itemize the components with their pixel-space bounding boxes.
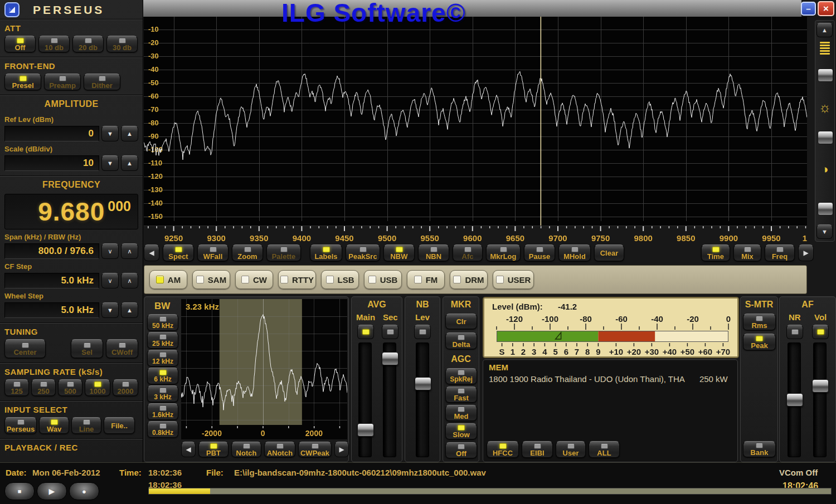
- bw-3khz-button[interactable]: 3 kHz: [147, 385, 178, 402]
- dither-button[interactable]: Dither: [84, 74, 120, 90]
- wheel-step-up-button[interactable]: ▲: [121, 302, 138, 318]
- avg-sec-slider-thumb[interactable]: [382, 352, 398, 365]
- freq-button[interactable]: Freq: [765, 244, 795, 261]
- vol-toggle[interactable]: [812, 325, 829, 339]
- rate-125-button[interactable]: 125: [4, 379, 29, 396]
- palette-slider-thumb[interactable]: [818, 68, 833, 82]
- frequency-ruler[interactable]: [144, 226, 807, 243]
- scale-field[interactable]: 10: [4, 155, 99, 171]
- att-off-button[interactable]: Off: [4, 36, 36, 52]
- filter-canvas[interactable]: [181, 299, 347, 439]
- frequency-display[interactable]: 9.680000: [4, 194, 138, 229]
- strip-down-button[interactable]: ▼: [816, 224, 833, 239]
- mix-button[interactable]: Mix: [733, 244, 761, 261]
- mkr-clr-button[interactable]: Clr: [445, 314, 477, 329]
- mem-entry[interactable]: 1800 1900 Radio Thailand - UDO (Udon Tha…: [489, 374, 685, 384]
- anotch-button[interactable]: ANotch: [264, 442, 295, 457]
- smtr-rms-button[interactable]: Rms: [743, 314, 776, 330]
- mode-cw-button[interactable]: CW: [235, 270, 273, 289]
- input-perseus-button[interactable]: Perseus: [4, 417, 37, 434]
- nb-lev-slider-thumb[interactable]: [415, 377, 431, 390]
- mode-lsb-button[interactable]: LSB: [321, 270, 359, 289]
- cf-step-down-button[interactable]: ∨: [101, 273, 119, 288]
- input-line-button[interactable]: Line: [71, 417, 101, 434]
- cf-step-up-button[interactable]: ∧: [121, 273, 138, 288]
- ref-lev-up-button[interactable]: ▲: [121, 126, 138, 141]
- pbt-button[interactable]: PBT: [198, 442, 229, 457]
- mhold-button[interactable]: MHold: [558, 244, 591, 261]
- avg-main-slider[interactable]: [358, 342, 372, 457]
- mode-am-button[interactable]: AM: [149, 270, 187, 289]
- bank-button[interactable]: Bank: [743, 441, 776, 457]
- mode-drm-button[interactable]: DRM: [450, 270, 488, 289]
- filter-left-button[interactable]: ◀: [181, 442, 196, 457]
- spect-button[interactable]: Spect: [163, 244, 194, 261]
- mkrlog-button[interactable]: MkrLog: [486, 244, 521, 261]
- avg-main-slider-thumb[interactable]: [357, 423, 374, 437]
- rate-250-button[interactable]: 250: [31, 379, 56, 396]
- span-up-button[interactable]: ∧: [121, 243, 138, 259]
- agc-slow-button[interactable]: Slow: [445, 423, 477, 439]
- brightness-slider-thumb[interactable]: [818, 131, 833, 144]
- ref-lev-field[interactable]: 0: [4, 126, 99, 141]
- avg-sec-slider[interactable]: [383, 342, 396, 457]
- vol-slider[interactable]: [813, 342, 827, 457]
- nb-toggle[interactable]: [414, 325, 431, 339]
- nr-slider-thumb[interactable]: [786, 393, 803, 407]
- att-20db-button[interactable]: 20 db: [72, 36, 104, 52]
- cwpeak-button[interactable]: CWPeak: [298, 442, 332, 457]
- mode-rtty-button[interactable]: RTTY: [278, 270, 316, 289]
- pause-button[interactable]: Pause: [524, 244, 555, 261]
- presel-button[interactable]: Presel: [4, 74, 41, 90]
- filter-right-button[interactable]: ▶: [334, 442, 349, 457]
- tuning-cwoff-button[interactable]: CWoff: [106, 339, 138, 358]
- avg-sec-toggle[interactable]: [382, 325, 398, 339]
- afc-button[interactable]: Afc: [453, 244, 483, 261]
- input-wav-button[interactable]: Wav: [39, 417, 69, 434]
- bw-0.8khz-button[interactable]: 0.8kHz: [147, 421, 178, 438]
- wheel-step-down-button[interactable]: ▼: [101, 302, 119, 318]
- agc-fast-button[interactable]: Fast: [445, 386, 477, 403]
- att-30db-button[interactable]: 30 db: [106, 36, 138, 52]
- zoom-button[interactable]: Zoom: [232, 244, 263, 261]
- mode-fm-button[interactable]: FM: [407, 270, 445, 289]
- agc-med-button[interactable]: Med: [445, 405, 477, 421]
- close-button[interactable]: ×: [818, 1, 834, 16]
- bw-6khz-button[interactable]: 6 kHz: [147, 368, 178, 384]
- mem-all-button[interactable]: ALL: [589, 441, 620, 458]
- scroll-right-button[interactable]: ▶: [798, 244, 814, 261]
- notch-button[interactable]: Notch: [231, 442, 261, 457]
- strip-up-button[interactable]: ▲: [816, 23, 833, 37]
- att-10db-button[interactable]: 10 db: [38, 36, 70, 52]
- mkr-delta-button[interactable]: Delta: [445, 332, 477, 349]
- agc-off-button[interactable]: Off: [445, 442, 477, 458]
- wfall-button[interactable]: WFall: [197, 244, 229, 261]
- scroll-left-button[interactable]: ◀: [144, 244, 159, 261]
- span-field[interactable]: 800.0 / 976.6: [4, 243, 99, 259]
- record-button[interactable]: ●: [69, 482, 99, 500]
- labels-button[interactable]: Labels: [310, 244, 342, 261]
- minimize-button[interactable]: –: [801, 2, 816, 16]
- nbw-button[interactable]: NBW: [383, 244, 415, 261]
- rate-2000-button[interactable]: 2000: [113, 379, 138, 396]
- mem-hfcc-button[interactable]: HFCC: [487, 441, 519, 458]
- input-file-button[interactable]: File..: [104, 417, 135, 434]
- contrast-slider-thumb[interactable]: [818, 202, 833, 216]
- peaksrc-button[interactable]: PeakSrc: [346, 244, 380, 261]
- scale-down-button[interactable]: ▼: [101, 155, 119, 171]
- preamp-button[interactable]: Preamp: [44, 74, 81, 90]
- agc-spkrej-button[interactable]: SpkRej: [445, 368, 477, 384]
- wheel-step-field[interactable]: 5.0 kHz: [4, 302, 99, 318]
- clear-button[interactable]: Clear: [594, 244, 624, 261]
- scale-up-button[interactable]: ▲: [121, 155, 138, 171]
- mode-user-button[interactable]: USER: [493, 270, 534, 289]
- cf-step-field[interactable]: 5.0 kHz: [4, 273, 99, 288]
- mem-eibi-button[interactable]: EIBI: [522, 441, 553, 458]
- bw-25khz-button[interactable]: 25 kHz: [147, 332, 178, 349]
- mode-usb-button[interactable]: USB: [364, 270, 402, 289]
- titlebar[interactable]: [143, 0, 801, 17]
- spectrum-display[interactable]: [144, 17, 807, 226]
- nr-slider[interactable]: [788, 342, 801, 457]
- avg-main-toggle[interactable]: [357, 325, 374, 339]
- mem-user-button[interactable]: User: [556, 441, 586, 458]
